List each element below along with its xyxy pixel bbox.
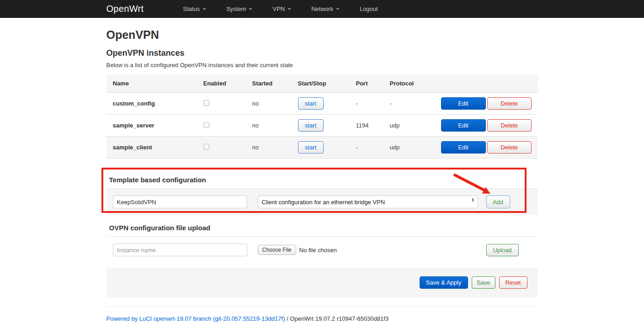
enabled-checkbox[interactable]	[203, 100, 209, 106]
save-button[interactable]: Save	[472, 276, 495, 289]
nav-item-label: VPN	[272, 5, 285, 12]
footer: Powered by LuCI openwrt-19.07 branch (gi…	[106, 315, 538, 322]
footer-version-text: / OpenWrt 19.07.2 r10947-65030d81f3	[285, 315, 389, 322]
instances-table: Name Enabled Started Start/Stop Port Pro…	[106, 74, 538, 159]
instances-heading: OpenVPN instances	[106, 48, 538, 58]
table-row: custom_config no start - - Edit Delete	[106, 93, 538, 115]
chevron-down-icon	[249, 8, 252, 10]
upload-button[interactable]: Upload	[486, 244, 519, 256]
upload-instance-name-input[interactable]	[113, 244, 247, 256]
start-button[interactable]: start	[298, 141, 324, 154]
edit-button[interactable]: Edit	[441, 141, 486, 154]
started-status: no	[246, 115, 292, 137]
template-config-heading: Template based configuration	[106, 172, 538, 189]
instance-name: custom_config	[106, 93, 197, 115]
start-button[interactable]: start	[298, 97, 324, 110]
add-button[interactable]: Add	[486, 196, 510, 208]
template-select-wrap: Client configuration for an ethernet bri…	[258, 196, 478, 208]
nav-item-system[interactable]: System	[221, 0, 257, 17]
enabled-checkbox[interactable]	[203, 144, 209, 150]
enabled-checkbox[interactable]	[203, 122, 209, 128]
navbar: OpenWrt Status System VPN Network Logout	[0, 0, 644, 18]
col-header-started: Started	[246, 74, 292, 93]
instances-description: Below is a list of configured OpenVPN in…	[106, 62, 538, 69]
file-input-control: Choose File No file chosen	[258, 245, 337, 255]
ovpn-upload-section: OVPN configuration file upload Choose Fi…	[106, 220, 538, 263]
port-value: -	[350, 137, 383, 159]
footer-divider	[106, 306, 538, 307]
nav-item-label: Network	[311, 5, 333, 12]
nav-item-label: Logout	[360, 5, 378, 12]
brand-logo[interactable]: OpenWrt	[106, 4, 144, 14]
action-bar: Save & Apply Save Reset	[106, 268, 538, 297]
table-row: sample_client no start - udp Edit Delete	[106, 137, 538, 159]
instance-name: sample_client	[106, 137, 197, 159]
protocol-value: udp	[383, 137, 435, 159]
protocol-value: udp	[383, 115, 435, 137]
started-status: no	[246, 93, 292, 115]
edit-button[interactable]: Edit	[441, 97, 486, 110]
delete-button[interactable]: Delete	[487, 141, 532, 154]
save-apply-button[interactable]: Save & Apply	[420, 276, 468, 289]
template-config-section: Template based configuration Client conf…	[106, 172, 538, 215]
port-value: -	[350, 93, 383, 115]
protocol-value: -	[383, 93, 435, 115]
chevron-down-icon	[202, 8, 206, 10]
chevron-down-icon	[336, 8, 340, 10]
col-header-actions	[435, 74, 538, 93]
nav-item-network[interactable]: Network	[306, 0, 345, 17]
choose-file-button[interactable]: Choose File	[258, 245, 296, 255]
ovpn-upload-row: Choose File No file chosen Upload	[106, 237, 538, 263]
navbar-inner: OpenWrt Status System VPN Network Logout	[106, 0, 538, 17]
nav-item-status[interactable]: Status	[178, 0, 211, 17]
nav-item-vpn[interactable]: VPN	[267, 0, 296, 17]
template-instance-name-input[interactable]	[113, 196, 247, 208]
footer-link[interactable]: Powered by LuCI openwrt-19.07 branch (gi…	[106, 315, 285, 322]
no-file-chosen-text: No file chosen	[299, 247, 337, 254]
start-button[interactable]: start	[298, 119, 324, 132]
template-config-row: Client configuration for an ethernet bri…	[106, 189, 538, 215]
started-status: no	[246, 137, 292, 159]
nav-item-label: System	[226, 5, 246, 12]
col-header-protocol: Protocol	[383, 74, 435, 93]
instance-name: sample_server	[106, 115, 197, 137]
edit-button[interactable]: Edit	[441, 119, 486, 132]
col-header-port: Port	[350, 74, 383, 93]
reset-button[interactable]: Reset	[499, 276, 527, 289]
nav-item-logout[interactable]: Logout	[355, 0, 383, 17]
delete-button[interactable]: Delete	[487, 119, 532, 132]
col-header-startstop: Start/Stop	[292, 74, 350, 93]
table-header-row: Name Enabled Started Start/Stop Port Pro…	[106, 74, 538, 93]
page-title: OpenVPN	[106, 28, 538, 42]
chevron-down-icon	[287, 8, 291, 10]
nav-item-label: Status	[183, 5, 200, 12]
col-header-name: Name	[106, 74, 197, 93]
ovpn-upload-heading: OVPN configuration file upload	[106, 220, 538, 237]
main-content: OpenVPN OpenVPN instances Below is a lis…	[106, 28, 538, 322]
col-header-enabled: Enabled	[197, 74, 246, 93]
template-select[interactable]: Client configuration for an ethernet bri…	[258, 196, 478, 208]
port-value: 1194	[350, 115, 383, 137]
delete-button[interactable]: Delete	[487, 97, 532, 110]
table-row: sample_server no start 1194 udp Edit Del…	[106, 115, 538, 137]
